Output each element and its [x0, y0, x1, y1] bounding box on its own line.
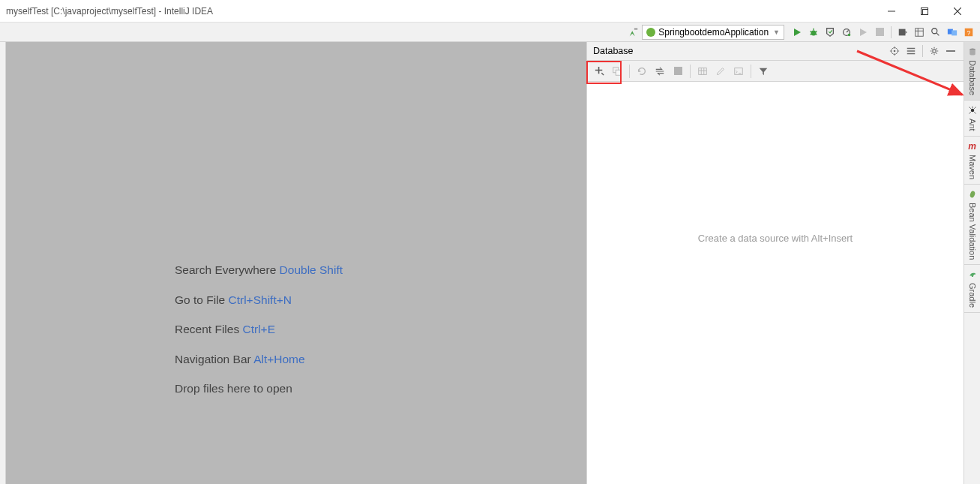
- svg-rect-19: [674, 67, 682, 75]
- tab-label: Database: [968, 60, 977, 95]
- svg-rect-2: [634, 28, 637, 29]
- table-view-button[interactable]: [694, 62, 712, 80]
- right-tool-rail: Database Ant m Maven Bean Validation Gra…: [964, 42, 980, 484]
- duplicate-button[interactable]: [608, 62, 626, 80]
- svg-point-3: [811, 30, 817, 35]
- minimize-button[interactable]: [875, 0, 908, 22]
- stop-button: [871, 24, 888, 41]
- profile-button[interactable]: [838, 24, 855, 41]
- content-area: Search Everywhere Double Shift Go to Fil…: [0, 42, 980, 484]
- add-datasource-button[interactable]: [590, 62, 608, 80]
- separator: [751, 65, 751, 78]
- tab-gradle[interactable]: Gradle: [964, 265, 980, 313]
- welcome-hints: Search Everywhere Double Shift Go to Fil…: [175, 264, 343, 413]
- database-panel: Database Create a data source with Alt+I…: [586, 42, 964, 484]
- target-icon[interactable]: [886, 43, 903, 59]
- svg-rect-11: [952, 30, 957, 35]
- tab-ant[interactable]: Ant: [964, 101, 980, 137]
- hint-label: Search Everywhere: [175, 263, 276, 276]
- svg-point-24: [970, 109, 974, 113]
- hint-kbd: Ctrl+E: [242, 323, 275, 335]
- hint-kbd: Alt+Home: [253, 353, 305, 365]
- maven-icon: m: [967, 141, 978, 152]
- run-configuration-selector[interactable]: SpringbootdemoApplication ▼: [642, 25, 784, 40]
- svg-point-5: [848, 33, 851, 36]
- main-toolbar: SpringbootdemoApplication ▼ ?: [0, 23, 980, 42]
- stop-db-button: [669, 62, 687, 80]
- run-disabled-button: [855, 24, 871, 41]
- separator: [629, 65, 630, 78]
- hint-label: Recent Files: [175, 323, 239, 335]
- debug-button[interactable]: [805, 24, 822, 41]
- hint-label: Go to File: [175, 293, 225, 306]
- separator: [922, 45, 923, 57]
- console-button[interactable]: [730, 62, 748, 80]
- svg-text:?: ?: [967, 29, 971, 36]
- database-icon: [967, 47, 978, 57]
- titlebar: myselfTest [C:\javaproject\myselfTest] -…: [0, 0, 980, 23]
- tab-label: Bean Validation: [968, 203, 977, 260]
- vcs-update-button[interactable]: [895, 24, 911, 41]
- coverage-button[interactable]: [822, 24, 838, 41]
- tab-label: Ant: [968, 119, 977, 131]
- chevron-down-icon: ▼: [773, 29, 780, 36]
- edit-button[interactable]: [712, 62, 730, 80]
- hint-row: Navigation Bar Alt+Home: [175, 353, 343, 365]
- tab-bean-validation[interactable]: Bean Validation: [964, 185, 980, 265]
- ant-icon: [967, 105, 978, 116]
- settings-icon[interactable]: [926, 43, 943, 59]
- separator: [690, 65, 691, 78]
- hint-kbd: Double Shift: [280, 263, 343, 276]
- refresh-button[interactable]: [633, 62, 651, 80]
- separator: [891, 26, 892, 38]
- svg-point-25: [969, 190, 976, 198]
- svg-point-15: [894, 50, 896, 53]
- left-rail: [0, 42, 6, 484]
- svg-rect-6: [876, 28, 884, 36]
- structure-button[interactable]: [911, 24, 928, 41]
- tab-maven[interactable]: m Maven: [964, 137, 980, 185]
- tab-database[interactable]: Database: [964, 42, 980, 101]
- minimize-panel-icon[interactable]: [943, 43, 959, 59]
- hint-row: Go to File Ctrl+Shift+N: [175, 294, 343, 306]
- hint-label: Drop files here to open: [175, 382, 292, 395]
- gradle-icon: [967, 269, 978, 280]
- database-title: Database: [593, 46, 886, 56]
- tab-label: Gradle: [968, 283, 977, 308]
- help-button[interactable]: ?: [961, 24, 977, 41]
- bean-icon: [967, 189, 978, 200]
- filter-button[interactable]: [754, 62, 772, 80]
- hint-label: Navigation Bar: [175, 353, 251, 365]
- svg-rect-8: [916, 28, 924, 36]
- hint-row: Search Everywhere Double Shift: [175, 264, 343, 276]
- database-panel-header: Database: [587, 42, 964, 61]
- sync-button[interactable]: [651, 62, 669, 80]
- editor-welcome[interactable]: Search Everywhere Double Shift Go to Fil…: [6, 42, 586, 484]
- database-placeholder: Create a data source with Alt+Insert: [698, 233, 853, 244]
- svg-point-16: [933, 50, 936, 53]
- search-button[interactable]: [928, 24, 944, 41]
- hint-kbd: Ctrl+Shift+N: [229, 293, 292, 306]
- svg-rect-20: [699, 68, 707, 74]
- svg-point-9: [932, 28, 937, 33]
- hint-row: Recent Files Ctrl+E: [175, 323, 343, 335]
- build-icon[interactable]: [625, 24, 642, 41]
- tab-label: Maven: [968, 155, 977, 179]
- svg-rect-18: [616, 70, 621, 75]
- run-button[interactable]: [789, 24, 805, 41]
- run-config-label: SpringbootdemoApplication: [658, 27, 769, 38]
- database-empty-content: Create a data source with Alt+Insert: [587, 82, 964, 484]
- svg-rect-1: [923, 9, 928, 14]
- window-title: myselfTest [C:\javaproject\myselfTest] -…: [6, 6, 875, 17]
- close-button[interactable]: [941, 0, 974, 22]
- collapse-icon[interactable]: [903, 43, 919, 59]
- spring-icon: [646, 28, 655, 37]
- hint-row: Drop files here to open: [175, 383, 343, 395]
- maximize-button[interactable]: [908, 0, 941, 22]
- database-toolbar: [587, 61, 964, 82]
- translate-button[interactable]: [944, 24, 961, 41]
